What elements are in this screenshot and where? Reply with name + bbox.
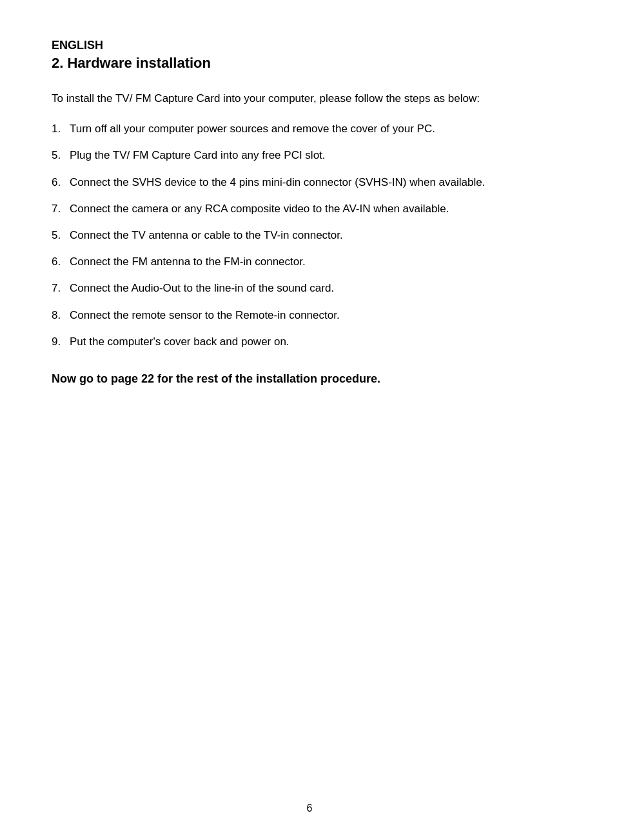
step-text: Put the computer's cover back and power … <box>70 333 567 350</box>
step-text: Connect the remote sensor to the Remote-… <box>70 306 567 324</box>
list-item: 5.Plug the TV/ FM Capture Card into any … <box>52 146 567 164</box>
step-number: 6. <box>52 174 70 191</box>
page: ENGLISH 2. Hardware installation To inst… <box>0 0 619 840</box>
step-number: 7. <box>52 200 70 217</box>
step-number: 5. <box>52 226 70 244</box>
list-item: 9.Put the computer's cover back and powe… <box>52 333 567 350</box>
step-number: 6. <box>52 253 70 270</box>
list-item: 6.Connect the SVHS device to the 4 pins … <box>52 174 567 191</box>
step-text: Connect the Audio-Out to the line-in of … <box>70 279 567 297</box>
language-label: ENGLISH <box>52 39 567 52</box>
step-text: Connect the camera or any RCA composite … <box>70 200 567 217</box>
list-item: 7.Connect the camera or any RCA composit… <box>52 200 567 217</box>
list-item: 8.Connect the remote sensor to the Remot… <box>52 306 567 324</box>
page-number: 6 <box>307 803 313 814</box>
step-number: 7. <box>52 279 70 297</box>
conclusion-text: Now go to page 22 for the rest of the in… <box>52 370 567 388</box>
step-text: Turn off all your computer power sources… <box>70 120 567 137</box>
list-item: 6.Connect the FM antenna to the FM-in co… <box>52 253 567 270</box>
section-title: 2. Hardware installation <box>52 55 567 72</box>
step-number: 8. <box>52 306 70 324</box>
steps-list: 1.Turn off all your computer power sourc… <box>52 120 567 350</box>
step-text: Plug the TV/ FM Capture Card into any fr… <box>70 146 567 164</box>
step-text: Connect the FM antenna to the FM-in conn… <box>70 253 567 270</box>
step-number: 5. <box>52 146 70 164</box>
list-item: 5.Connect the TV antenna or cable to the… <box>52 226 567 244</box>
intro-text: To install the TV/ FM Capture Card into … <box>52 90 567 107</box>
list-item: 7.Connect the Audio-Out to the line-in o… <box>52 279 567 297</box>
step-text: Connect the SVHS device to the 4 pins mi… <box>70 174 567 191</box>
step-text: Connect the TV antenna or cable to the T… <box>70 226 567 244</box>
list-item: 1.Turn off all your computer power sourc… <box>52 120 567 137</box>
step-number: 9. <box>52 333 70 350</box>
step-number: 1. <box>52 120 70 137</box>
